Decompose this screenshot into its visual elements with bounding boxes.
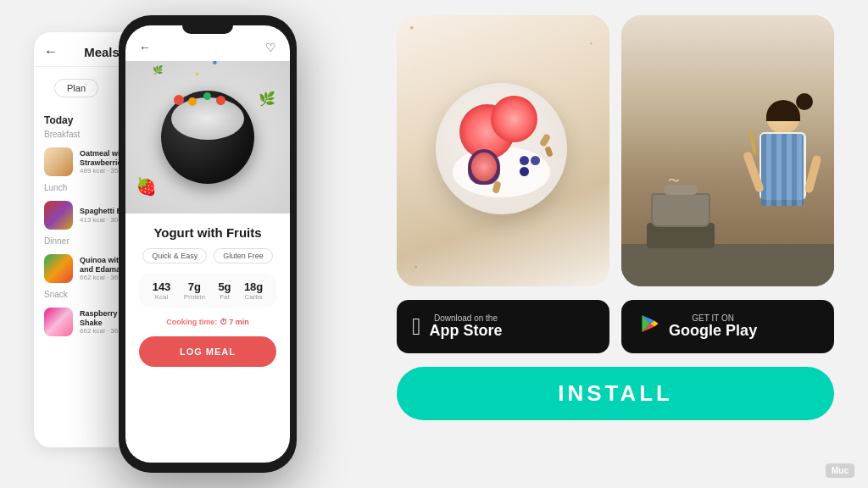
cooking-time-value: ⏱ 7 min [220,318,249,326]
watermark: Muc [826,463,854,478]
nutrition-carbs-label: Carbs [244,293,263,301]
phone-screen: ← ♡ 🍓 ● 🍓 ● ● ● 🌿 [125,25,290,463]
nutrition-fat-label: Fat [218,293,231,301]
store-buttons-row:  Download on the App Store [397,300,834,353]
nutrition-fat-val: 5g [218,280,231,293]
bowl-illustration [436,83,571,219]
app-store-main: App Store [429,323,502,340]
phone-mockup: ← ♡ 🍓 ● 🍓 ● ● ● 🌿 [119,15,297,473]
food-image-area: 🍓 ● 🍓 ● ● ● 🌿 ● [125,61,290,214]
google-play-icon [637,312,660,341]
nutrition-carbs-val: 18g [244,280,263,293]
install-button[interactable]: INSTALL [397,367,834,420]
phone-content: Yogurt with Fruits Quick & Easy Gluten F… [125,214,290,379]
food-bowl [161,91,254,184]
app-title: Meals [84,45,120,59]
bowl-photo-card: ● ● ● [397,15,609,286]
back-arrow-icon[interactable]: ← [44,44,58,59]
nutrition-kcal-label: Kcal [153,293,171,301]
granola-deco3: ● [414,263,417,269]
meal-thumb-oatmeal [44,147,73,176]
nutrition-kcal: 143 Kcal [153,280,171,301]
phone-notch [182,25,233,34]
nutrition-protein: 7g Protein [184,280,205,301]
meal-thumb-quinoa [44,254,73,283]
nutrition-protein-val: 7g [184,280,205,293]
main-container: ← Meals Plan Today Breakfast Oatmeal wit… [0,0,868,488]
granola-deco2: ● [589,41,593,46]
tags-row: Quick & Easy Gluten Free [139,248,276,263]
nutrition-protein-label: Protein [184,293,205,301]
deco-strawberry: 🍓 [136,176,157,197]
tag-gluten-free: Gluten Free [214,248,273,263]
nutrition-carbs: 18g Carbs [244,280,263,301]
meal-thumb-spaghetti [44,201,73,230]
nutrition-fat: 5g Fat [218,280,231,301]
app-store-button[interactable]:  Download on the App Store [397,300,609,353]
cooking-time: Cooking time: ⏱ 7 min [139,318,276,326]
google-play-text: GET IT ON Google Play [669,313,757,340]
google-play-button[interactable]: GET IT ON Google Play [621,300,834,353]
apple-icon:  [412,313,420,341]
nutrition-row: 143 Kcal 7g Protein 5g Fat 18g [139,274,276,308]
phone-heart-icon[interactable]: ♡ [265,41,276,54]
photos-row: ● ● ● [397,15,834,286]
left-side: ← Meals Plan Today Breakfast Oatmeal wit… [34,15,397,473]
nutrition-kcal-val: 143 [153,280,171,293]
cooking-time-label: Cooking time: [166,318,220,326]
log-meal-button[interactable]: LOG MEAL [139,336,276,367]
right-side: ● ● ● [397,15,834,473]
tag-quick-easy: Quick & Easy [142,248,207,263]
app-store-text: Download on the App Store [429,313,502,340]
plan-button[interactable]: Plan [54,79,98,97]
deco-leaf: 🌿 [259,91,275,107]
cook-photo-card: 〜 [621,15,834,286]
steam-icon: 〜 [668,174,680,189]
person-figure [749,100,817,252]
food-bowl-container: 🍓 ● 🍓 ● ● ● 🌿 ● [153,82,263,192]
google-play-main: Google Play [669,323,757,340]
granola-deco: ● [409,24,414,31]
meal-thumb-raspberry [44,308,73,336]
phone-back-icon[interactable]: ← [139,41,151,54]
recipe-title: Yogurt with Fruits [139,225,276,240]
